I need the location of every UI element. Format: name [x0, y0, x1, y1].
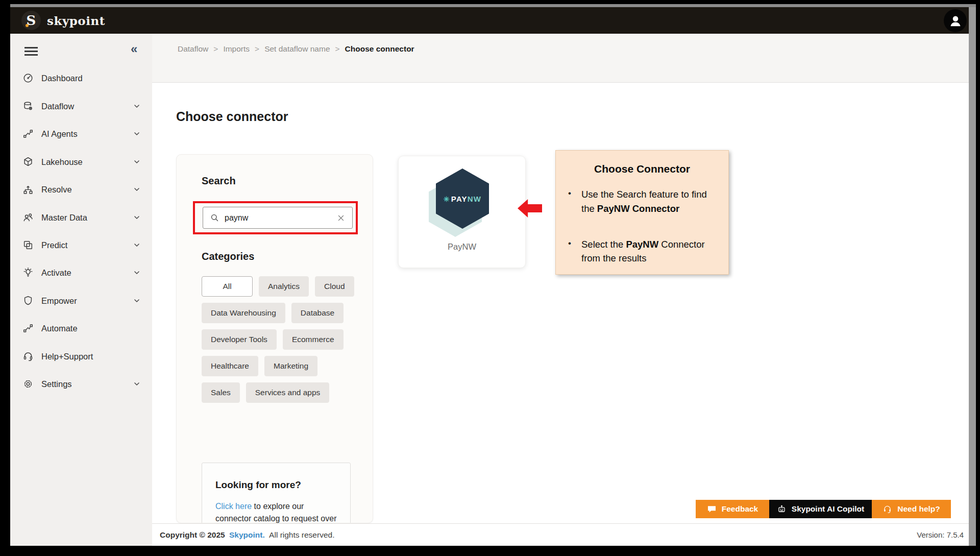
sidebar-item-label: Dashboard — [41, 74, 83, 83]
app-screen: S skypoint « Dashboard Dataflow AI Age — [0, 0, 980, 556]
search-field — [203, 207, 353, 229]
skypoint-ai-copilot-button[interactable]: Skypoint AI Copilot — [769, 500, 872, 518]
clear-search-icon[interactable] — [336, 213, 346, 223]
search-input[interactable] — [225, 213, 322, 223]
sidebar-item-label: Activate — [41, 268, 71, 278]
category-sales-button[interactable]: Sales — [202, 382, 240, 403]
paynw-logo-nw: NW — [468, 195, 481, 203]
paynw-connector-card[interactable]: ✳PAYNW PayNW — [398, 156, 526, 268]
chat-bubble-icon — [707, 504, 717, 514]
dataflow-database-icon — [22, 101, 34, 112]
sidebar-item-activate[interactable]: Activate — [22, 261, 141, 284]
automate-nodes-icon — [22, 323, 34, 334]
categories-list: All Analytics Cloud Data Warehousing Dat… — [202, 276, 356, 403]
category-developer-tools-button[interactable]: Developer Tools — [202, 329, 277, 350]
sidebar-item-label: Resolve — [41, 185, 72, 195]
chevron-down-icon — [133, 130, 141, 138]
resolve-merge-icon — [22, 184, 34, 195]
bullet-1-bold: PayNW Connector — [597, 203, 679, 214]
brand-logo[interactable]: S skypoint — [21, 11, 105, 30]
copilot-label: Skypoint AI Copilot — [792, 504, 864, 514]
click-here-link[interactable]: Click here — [215, 502, 252, 511]
dashboard-gauge-icon — [22, 72, 34, 84]
more-text-rest: to explore our — [252, 502, 304, 511]
sidebar-item-label: Settings — [41, 379, 72, 389]
sidebar-item-label: Master Data — [41, 213, 87, 223]
search-icon — [210, 213, 219, 223]
footer: Copyright © 2025 Skypoint. All rights re… — [152, 523, 969, 546]
bullet-dot: • — [568, 237, 581, 266]
chevron-down-icon — [133, 269, 141, 277]
category-services-and-apps-button[interactable]: Services and apps — [246, 382, 330, 403]
top-bar: S skypoint — [10, 7, 969, 34]
logo-orange-dot — [26, 24, 29, 27]
sidebar-item-label: Predict — [41, 240, 67, 250]
activate-bulb-icon — [22, 267, 34, 278]
breadcrumb-set-dataflow-name[interactable]: Set dataflow name — [264, 44, 330, 54]
categories-section-label: Categories — [202, 251, 254, 262]
sidebar-item-dashboard[interactable]: Dashboard — [22, 67, 141, 89]
sidebar-item-ai-agents[interactable]: AI Agents — [22, 123, 141, 145]
sidebar-item-automate[interactable]: Automate — [22, 317, 141, 340]
hamburger-menu-icon[interactable] — [24, 47, 38, 56]
action-bar: Feedback Skypoint AI Copilot Need help? — [696, 500, 951, 518]
category-ecommerce-button[interactable]: Ecommerce — [283, 329, 344, 350]
sidebar-item-label: AI Agents — [41, 129, 78, 139]
sidebar-item-empower[interactable]: Empower — [22, 289, 141, 312]
robot-icon — [777, 504, 787, 514]
empower-shield-icon — [22, 295, 34, 306]
need-help-label: Need help? — [897, 504, 940, 514]
sidebar-item-settings[interactable]: Settings — [22, 373, 141, 395]
chevron-down-icon — [133, 380, 141, 388]
user-avatar-icon — [947, 12, 964, 30]
sidebar-item-help-support[interactable]: Help+Support — [22, 345, 141, 368]
breadcrumb-separator: > — [255, 44, 259, 54]
more-text-clipped: connector catalog to request over 82 — [215, 514, 337, 523]
sidebar-item-master-data[interactable]: Master Data — [22, 206, 141, 229]
connector-filter-panel: Search Categories All Analytics Cloud Da… — [176, 154, 373, 523]
category-cloud-button[interactable]: Cloud — [315, 276, 354, 297]
sidebar-item-dataflow[interactable]: Dataflow — [22, 95, 141, 117]
vertical-scrollbar[interactable] — [969, 7, 976, 546]
category-analytics-button[interactable]: Analytics — [259, 276, 309, 297]
search-section-label: Search — [202, 175, 236, 187]
sidebar-item-predict[interactable]: Predict — [22, 234, 141, 256]
category-all-button[interactable]: All — [202, 276, 253, 297]
breadcrumb-imports[interactable]: Imports — [223, 44, 250, 54]
category-database-button[interactable]: Database — [291, 303, 344, 323]
page-header-band: Dataflow > Imports > Set dataflow name >… — [152, 34, 969, 83]
need-help-button[interactable]: Need help? — [872, 500, 951, 518]
chevron-down-icon — [133, 185, 141, 194]
sidebar-item-label: Lakehouse — [41, 157, 83, 167]
master-data-people-icon — [22, 212, 34, 223]
copyright-prefix: Copyright © 2025 — [160, 530, 225, 539]
paynw-connector-name: PayNW — [399, 242, 525, 252]
ai-agents-nodes-icon — [22, 128, 34, 139]
user-avatar[interactable] — [944, 9, 967, 32]
category-marketing-button[interactable]: Marketing — [264, 356, 317, 376]
callout-bullet-2: • Select the PayNW Connector from the re… — [568, 237, 728, 266]
instruction-callout: Choose Connector • Use the Search featur… — [555, 150, 729, 275]
predict-layers-icon — [22, 239, 34, 251]
category-healthcare-button[interactable]: Healthcare — [202, 356, 258, 376]
callout-title: Choose Connector — [556, 163, 728, 175]
sidebar-item-resolve[interactable]: Resolve — [22, 178, 141, 201]
sidebar-collapse-icon[interactable]: « — [131, 42, 137, 56]
bullet-2-bold: PayNW — [626, 239, 658, 250]
looking-for-more-text: Click here to explore our — [215, 502, 337, 511]
paynw-logo-mark: ✳ — [444, 195, 450, 203]
chevron-down-icon — [133, 213, 141, 222]
sidebar-item-lakehouse[interactable]: Lakehouse — [22, 151, 141, 173]
chevron-down-icon — [133, 297, 141, 305]
help-headset-icon — [22, 351, 34, 362]
callout-bullet-1: • Use the Search feature to find the Pay… — [568, 187, 728, 216]
version-label: Version: 7.5.4 — [917, 530, 964, 539]
category-data-warehousing-button[interactable]: Data Warehousing — [202, 303, 285, 323]
skypoint-footer-link[interactable]: Skypoint. — [229, 530, 265, 539]
sidebar-item-label: Empower — [41, 296, 77, 306]
breadcrumb-dataflow[interactable]: Dataflow — [178, 44, 208, 54]
feedback-button[interactable]: Feedback — [696, 500, 769, 518]
breadcrumb-separator: > — [213, 44, 218, 54]
breadcrumb-separator: > — [335, 44, 340, 54]
headset-icon — [883, 504, 892, 514]
